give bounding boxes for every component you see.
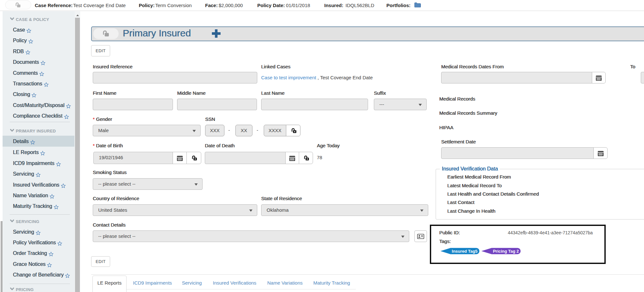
svg-text:Insured Tag5: Insured Tag5 [452, 249, 478, 254]
svg-text:Pricing Tag 2: Pricing Tag 2 [493, 249, 519, 254]
